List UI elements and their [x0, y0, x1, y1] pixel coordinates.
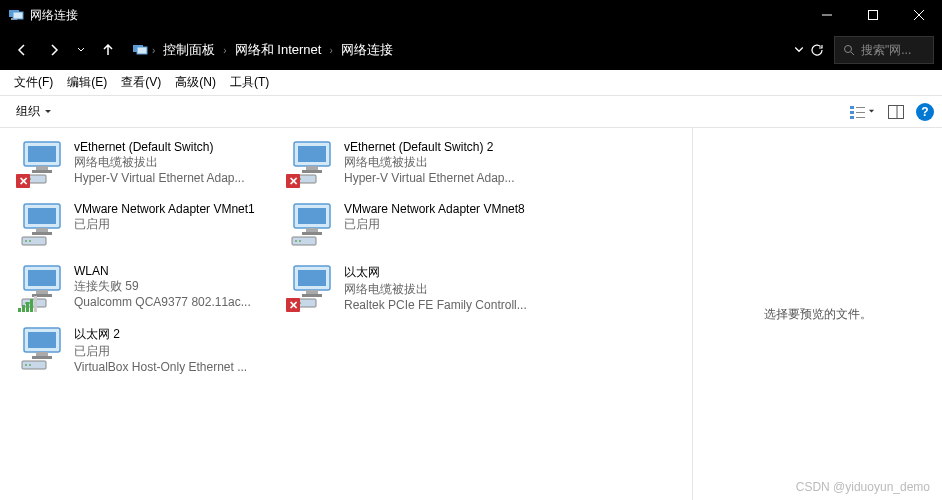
connection-name: 以太网 [344, 264, 550, 281]
connection-name: VMware Network Adapter VMnet1 [74, 202, 280, 216]
disconnected-icon: ✕ [286, 174, 300, 188]
svg-rect-12 [850, 111, 854, 114]
wifi-signal-icon [18, 296, 37, 312]
minimize-button[interactable] [804, 0, 850, 30]
connection-name: WLAN [74, 264, 280, 278]
breadcrumb-item[interactable]: 控制面板 [159, 39, 219, 61]
network-adapter-icon [18, 326, 66, 374]
svg-line-10 [851, 52, 854, 55]
network-adapter-icon: ✕ [288, 140, 336, 188]
connection-device: Qualcomm QCA9377 802.11ac... [74, 295, 280, 309]
svg-rect-64 [32, 356, 52, 359]
svg-rect-8 [137, 47, 147, 54]
breadcrumb-item[interactable]: 网络连接 [337, 39, 397, 61]
chevron-down-icon[interactable] [794, 45, 804, 55]
menu-advanced[interactable]: 高级(N) [169, 72, 222, 93]
svg-rect-35 [36, 228, 48, 232]
connection-item[interactable]: ✕ vEthernet (Default Switch) 2 网络电缆被拔出 H… [284, 138, 554, 200]
svg-rect-2 [13, 12, 23, 19]
svg-rect-4 [869, 11, 878, 20]
connection-device: VirtualBox Host-Only Ethernet ... [74, 360, 280, 374]
svg-rect-27 [298, 146, 326, 162]
menu-file[interactable]: 文件(F) [8, 72, 59, 93]
preview-pane-button[interactable] [882, 100, 910, 124]
breadcrumb-item[interactable]: 网络和 Internet [231, 39, 326, 61]
view-icon [850, 105, 866, 119]
maximize-button[interactable] [850, 0, 896, 30]
title-bar: 网络连接 [0, 0, 942, 30]
connection-name: vEthernet (Default Switch) 2 [344, 140, 550, 154]
svg-rect-57 [302, 294, 322, 297]
chevron-down-icon [868, 108, 875, 115]
preview-pane-icon [888, 105, 904, 119]
organize-button[interactable]: 组织 [8, 100, 60, 123]
connection-item[interactable]: VMware Network Adapter VMnet8 已启用 [284, 200, 554, 262]
connection-item[interactable]: 以太网 2 已启用 VirtualBox Host-Only Ethernet … [14, 324, 284, 386]
view-mode-button[interactable] [842, 100, 882, 124]
svg-rect-22 [32, 170, 52, 173]
menu-tools[interactable]: 工具(T) [224, 72, 275, 93]
svg-rect-28 [306, 166, 318, 170]
connection-status: 连接失败 59 [74, 278, 280, 295]
chevron-down-icon [44, 108, 52, 116]
network-adapter-icon: ✕ [288, 264, 336, 312]
search-input[interactable]: 搜索"网... [834, 36, 934, 64]
svg-rect-13 [850, 116, 854, 119]
back-button[interactable] [8, 36, 36, 64]
svg-rect-56 [306, 290, 318, 294]
svg-point-67 [29, 364, 31, 366]
search-icon [843, 44, 855, 56]
svg-point-66 [25, 364, 27, 366]
svg-rect-48 [28, 270, 56, 286]
menu-edit[interactable]: 编辑(E) [61, 72, 113, 93]
disconnected-icon: ✕ [16, 174, 30, 188]
close-button[interactable] [896, 0, 942, 30]
connection-item[interactable]: ✕ vEthernet (Default Switch) 网络电缆被拔出 Hyp… [14, 138, 284, 200]
app-icon [8, 7, 24, 23]
svg-rect-17 [889, 105, 904, 118]
watermark: CSDN @yiduoyun_demo [796, 480, 930, 494]
connection-status: 网络电缆被拔出 [344, 281, 550, 298]
location-icon [132, 42, 148, 58]
connection-status: 网络电缆被拔出 [74, 154, 280, 171]
svg-rect-49 [36, 290, 48, 294]
toolbar: 组织 ? [0, 96, 942, 128]
connection-status: 网络电缆被拔出 [344, 154, 550, 171]
window-title: 网络连接 [30, 7, 804, 24]
connection-status: 已启用 [74, 343, 280, 360]
svg-point-45 [295, 240, 297, 242]
connection-item[interactable]: VMware Network Adapter VMnet1 已启用 [14, 200, 284, 262]
connection-status: 已启用 [74, 216, 280, 233]
recent-dropdown[interactable] [72, 36, 90, 64]
preview-pane: 选择要预览的文件。 [692, 128, 942, 500]
svg-rect-42 [306, 228, 318, 232]
address-bar[interactable]: › 控制面板 › 网络和 Internet › 网络连接 [126, 36, 830, 64]
forward-button[interactable] [40, 36, 68, 64]
connection-item[interactable]: WLAN 连接失败 59 Qualcomm QCA9377 802.11ac..… [14, 262, 284, 324]
network-adapter-icon [288, 202, 336, 250]
disconnected-icon: ✕ [286, 298, 300, 312]
svg-rect-21 [36, 166, 48, 170]
preview-empty-text: 选择要预览的文件。 [764, 306, 872, 323]
menu-view[interactable]: 查看(V) [115, 72, 167, 93]
svg-point-38 [25, 240, 27, 242]
connection-item[interactable]: ✕ 以太网 网络电缆被拔出 Realtek PCIe FE Family Con… [284, 262, 554, 324]
chevron-right-icon: › [152, 45, 155, 56]
connection-name: 以太网 2 [74, 326, 280, 343]
svg-point-9 [845, 46, 852, 53]
refresh-icon[interactable] [810, 43, 824, 57]
search-placeholder: 搜索"网... [861, 42, 911, 59]
connection-device: Hyper-V Virtual Ethernet Adap... [74, 171, 280, 185]
up-button[interactable] [94, 36, 122, 64]
svg-rect-36 [32, 232, 52, 235]
svg-rect-20 [28, 146, 56, 162]
connections-list: ✕ vEthernet (Default Switch) 网络电缆被拔出 Hyp… [0, 128, 692, 500]
network-adapter-icon: ✕ [18, 140, 66, 188]
network-adapter-icon [18, 202, 66, 250]
connection-device: Hyper-V Virtual Ethernet Adap... [344, 171, 550, 185]
help-button[interactable]: ? [916, 103, 934, 121]
chevron-right-icon: › [223, 45, 226, 56]
connection-name: vEthernet (Default Switch) [74, 140, 280, 154]
svg-rect-62 [28, 332, 56, 348]
svg-rect-11 [850, 106, 854, 109]
